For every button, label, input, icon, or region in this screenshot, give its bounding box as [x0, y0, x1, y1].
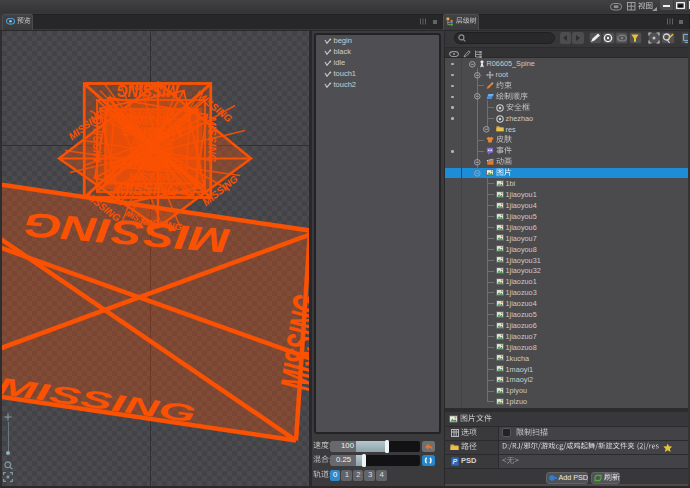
svg-text:P: P: [452, 458, 457, 465]
